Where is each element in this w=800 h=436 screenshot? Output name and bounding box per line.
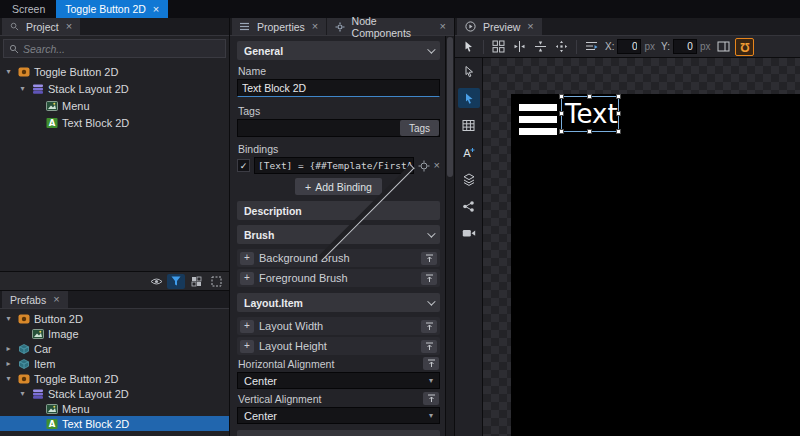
prefabs-tree-item-car[interactable]: ▸ Car — [0, 341, 229, 356]
binding-expression[interactable]: [Text] = {##Template/FirstAp — [254, 157, 414, 174]
show-hidden-eye-button[interactable] — [147, 274, 165, 289]
preview-panel-tab[interactable]: Preview × — [457, 18, 542, 35]
name-field[interactable] — [237, 79, 440, 97]
menu-image-node[interactable] — [519, 104, 557, 135]
layers-tool-button[interactable] — [458, 169, 480, 189]
project-tree-item-stack-layout-2d[interactable]: ▾ Stack Layout 2D — [0, 80, 229, 97]
binding-enabled-checkbox[interactable]: ✓ — [237, 159, 250, 172]
text-block-node[interactable]: Text — [565, 97, 618, 131]
screen-node[interactable]: Text — [511, 94, 800, 436]
remove-binding-icon[interactable]: × — [434, 160, 440, 171]
x-input[interactable] — [617, 39, 641, 54]
add-property-button[interactable]: + — [240, 252, 254, 265]
add-property-button[interactable]: + — [240, 272, 254, 285]
push-to-prefab-icon[interactable] — [421, 340, 437, 353]
tab-toggle-button-2d[interactable]: Toggle Button 2D × — [56, 0, 168, 18]
prefabs-tree-item-image[interactable]: Image — [0, 326, 229, 341]
selection-handle-n[interactable] — [587, 94, 592, 99]
expander-down-icon[interactable]: ▾ — [4, 374, 13, 383]
selection-handle-se[interactable] — [616, 129, 621, 134]
center-horizontal-button[interactable] — [510, 38, 529, 56]
binding-editor-icon[interactable] — [418, 160, 430, 172]
magnet-icon: Ω — [740, 40, 750, 54]
vertical-alignment-select[interactable]: Center ▾ — [237, 407, 440, 424]
select-tool-button[interactable] — [458, 88, 480, 108]
align-lines-button[interactable] — [582, 38, 601, 56]
project-tree-item-text-block-2d[interactable]: A Text Block 2D — [0, 114, 229, 131]
tags-button[interactable]: Tags — [400, 120, 439, 136]
expander-down-icon[interactable]: ▾ — [4, 67, 13, 76]
selection-handle-w[interactable] — [559, 111, 564, 116]
expander-down-icon[interactable]: ▾ — [18, 389, 27, 398]
section-node[interactable]: Node — [237, 430, 440, 436]
tiles-grid-button[interactable] — [489, 38, 508, 56]
expander-right-icon[interactable]: ▸ — [4, 359, 13, 368]
pick-cursor-button[interactable] — [459, 38, 478, 56]
preview-tab-row: Preview × — [455, 18, 800, 36]
grid-view-button[interactable] — [187, 274, 205, 289]
tree-item-label: Menu — [62, 403, 90, 415]
snap-magnet-button[interactable]: Ω — [735, 38, 754, 56]
push-to-prefab-icon[interactable] — [423, 357, 439, 370]
expander-down-icon[interactable]: ▾ — [18, 84, 27, 93]
close-icon[interactable]: × — [312, 21, 318, 32]
horizontal-alignment-select[interactable]: Center ▾ — [237, 372, 440, 389]
scrollbar-thumb[interactable] — [447, 37, 453, 177]
selection-handle-ne[interactable] — [616, 94, 621, 99]
tab-node-components[interactable]: Node Components × — [327, 18, 454, 35]
close-icon[interactable]: × — [153, 4, 159, 15]
prefabs-tree-item-menu[interactable]: Menu — [0, 401, 229, 416]
prefabs-tree-item-button-2d[interactable]: ▾ Button 2D — [0, 311, 229, 326]
close-icon[interactable]: × — [53, 294, 59, 305]
expander-right-icon[interactable]: ▸ — [4, 344, 13, 353]
selection-handle-s[interactable] — [587, 129, 592, 134]
prefabs-tree-item-text-block-2d[interactable]: A Text Block 2D — [0, 416, 229, 431]
push-to-prefab-icon[interactable] — [423, 392, 439, 405]
center-vertical-button[interactable] — [531, 38, 550, 56]
tab-properties[interactable]: Properties × — [232, 18, 326, 35]
search-input[interactable] — [23, 43, 220, 55]
selection-handle-e[interactable] — [616, 111, 621, 116]
selection-handle-nw[interactable] — [559, 94, 564, 99]
prefabs-tree-item-item[interactable]: ▸ Item — [0, 356, 229, 371]
close-icon[interactable]: × — [527, 21, 533, 32]
selection-handle-sw[interactable] — [559, 129, 564, 134]
project-panel-tab[interactable]: Project × — [2, 18, 80, 35]
panels-button[interactable] — [714, 38, 733, 56]
frame-select-button[interactable] — [207, 274, 225, 289]
nodes-tool-button[interactable] — [458, 196, 480, 216]
filter-button[interactable] — [167, 274, 185, 289]
text-tool-button[interactable]: A — [458, 142, 480, 162]
section-layout-item[interactable]: Layout.Item — [237, 293, 440, 312]
camera-tool-button[interactable] — [458, 223, 480, 243]
expander-down-icon[interactable]: ▾ — [4, 314, 13, 323]
panel-title: Prefabs — [10, 294, 46, 306]
selection-box[interactable]: Text — [561, 96, 619, 132]
grid-tool-button[interactable] — [458, 115, 480, 135]
push-to-prefab-icon[interactable] — [421, 272, 437, 285]
tags-label: Tags — [238, 105, 439, 117]
prefabs-tree-item-stack-layout-2d[interactable]: ▾ Stack Layout 2D — [0, 386, 229, 401]
push-to-prefab-icon[interactable] — [421, 320, 437, 333]
close-icon[interactable]: × — [440, 21, 446, 32]
section-description[interactable]: Description — [237, 201, 440, 220]
properties-scrollbar[interactable] — [445, 36, 454, 436]
add-binding-button[interactable]: + Add Binding — [295, 178, 382, 195]
interact-tool-button[interactable] — [458, 61, 480, 81]
preview-canvas[interactable]: Text — [483, 58, 800, 436]
add-property-button[interactable]: + — [240, 320, 254, 333]
horizontal-alignment-row: Horizontal Alignment — [238, 357, 439, 370]
center-both-button[interactable] — [552, 38, 571, 56]
close-icon[interactable]: × — [66, 21, 72, 32]
project-tree-item-toggle-button-2d[interactable]: ▾ Toggle Button 2D — [0, 63, 229, 80]
bindings-label: Bindings — [238, 143, 439, 155]
prefabs-tree-item-toggle-button-2d[interactable]: ▾ Toggle Button 2D — [0, 371, 229, 386]
add-property-button[interactable]: + — [240, 340, 254, 353]
project-tree-item-menu[interactable]: Menu — [0, 97, 229, 114]
push-to-prefab-icon[interactable] — [421, 252, 437, 265]
prefabs-panel-tab[interactable]: Prefabs × — [2, 291, 68, 308]
tab-screen[interactable]: Screen — [3, 0, 54, 18]
section-general[interactable]: General — [237, 41, 440, 60]
chevron-down-icon: ▾ — [429, 411, 433, 420]
y-input[interactable] — [673, 39, 697, 54]
